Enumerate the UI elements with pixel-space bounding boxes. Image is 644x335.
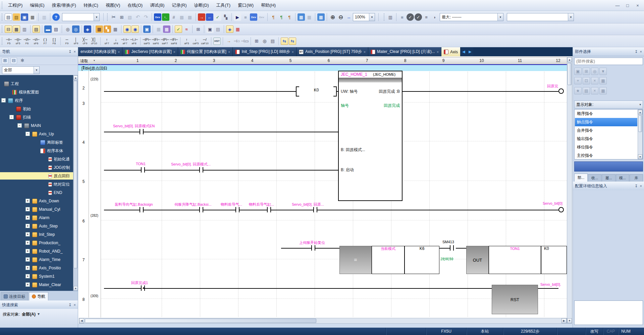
contact-label[interactable]: Servo_bit[0]. 回原模式...: [171, 162, 211, 167]
menu-tools[interactable]: 工具(T): [213, 0, 234, 11]
window-split-icon[interactable]: ▬: [44, 25, 52, 33]
tab-scroll-left-icon[interactable]: ◀: [461, 47, 467, 56]
list-item-master-control[interactable]: 主控指令: [575, 151, 637, 160]
menu-help[interactable]: 帮助(H): [257, 0, 279, 11]
tree-item-manual-cyl[interactable]: +Manual_Cyl: [0, 206, 60, 213]
contact-rising-edge[interactable]: ▲: [141, 285, 145, 291]
tab-close-icon[interactable]: ×: [364, 50, 366, 54]
part-paste-icon[interactable]: ▣: [574, 68, 582, 75]
combo-arrow-icon[interactable]: ▼: [568, 13, 574, 21]
device-monitor-icon[interactable]: Dev: [250, 13, 257, 21]
contact-label[interactable]: TON1: [136, 162, 146, 166]
contact[interactable]: [311, 245, 315, 251]
help-icon[interactable]: ?: [52, 13, 60, 21]
tree-item-project[interactable]: 工程: [0, 80, 19, 87]
remote-operation-icon[interactable]: ▥: [387, 13, 394, 21]
expand-icon[interactable]: +: [25, 215, 30, 220]
part-add-icon[interactable]: ⊞: [583, 68, 590, 75]
menu-online[interactable]: 在线(O): [124, 0, 146, 11]
rst-block[interactable]: RST: [492, 285, 538, 314]
close-icon[interactable]: ×: [640, 184, 642, 188]
contact[interactable]: [313, 207, 317, 212]
check-program-icon[interactable]: ✓: [407, 13, 414, 21]
tree-item-init-net[interactable]: 初始化通: [0, 155, 70, 163]
expand-icon[interactable]: +: [25, 249, 30, 253]
list-item-shift[interactable]: 移位指令: [575, 143, 637, 151]
combo-arrow-icon[interactable]: ▼: [497, 13, 503, 21]
expand-icon[interactable]: +: [25, 282, 30, 287]
tab-favorites[interactable]: 收...: [588, 174, 601, 182]
hst-block-icon[interactable]: HST: [213, 38, 221, 45]
find-icon[interactable]: ◎: [64, 25, 71, 33]
expand-icon[interactable]: +: [25, 224, 30, 228]
tab-scroll-right-icon[interactable]: ▶: [467, 47, 473, 56]
statement-icon[interactable]: ¶: [270, 13, 277, 21]
collapse-icon[interactable]: −: [9, 115, 14, 119]
close-icon[interactable]: ×: [640, 50, 642, 54]
output-coil[interactable]: [558, 207, 564, 212]
syntax-check-icon[interactable]: ≈: [183, 25, 190, 33]
contact-label[interactable]: 回原完成1: [131, 280, 148, 285]
fkey-parallel-contact[interactable]: ⊣|⊢sF5: [13, 36, 22, 46]
contact-label[interactable]: Servo_bit[0]. 回原模式EN: [113, 124, 155, 129]
operand-cell[interactable]: 当前模式: [372, 246, 405, 274]
fkey-delete-vline[interactable]: ╳│cF10: [90, 36, 99, 46]
config-detail-input[interactable]: [574, 300, 643, 325]
out-block[interactable]: OUT: [466, 246, 489, 274]
coil-jump-icon[interactable]: ⊣○: [233, 38, 240, 45]
tab-axis-active[interactable]: Axis: [441, 47, 461, 56]
box-jump-icon[interactable]: ⊣▭: [241, 38, 249, 45]
tree-item-mater-clear[interactable]: +Mater_Clear: [0, 281, 61, 288]
tab-close-icon[interactable]: ×: [291, 50, 293, 54]
contact-label[interactable]: 物料前导气...: [221, 202, 242, 207]
find-replace-icon[interactable]: ◎: [72, 25, 79, 33]
device-terminal-icon[interactable]: ›_: [162, 13, 169, 21]
max-combo[interactable]: 最大: ------- ▼: [440, 13, 503, 21]
fkey-falling-contact[interactable]: ⊣↓⊢aF8: [129, 36, 139, 46]
parts-close-icon[interactable]: ×: [591, 87, 598, 94]
list-item-contact[interactable]: 触点指令: [575, 118, 637, 126]
print-preview-icon[interactable]: ▥: [41, 13, 48, 21]
scroll-up-icon[interactable]: ▲: [567, 57, 572, 62]
tab-jecservo[interactable]: JecServo [结构体设置]×: [122, 47, 178, 56]
operand-cell[interactable]: K6: [405, 246, 439, 274]
plc-diagnostics-icon[interactable]: ▚: [222, 13, 229, 21]
tab-history[interactable]: 履...: [602, 174, 615, 182]
vertical-scroll-thumb[interactable]: [568, 63, 572, 85]
scroll-up-icon[interactable]: ▲: [638, 110, 642, 115]
minimize-button[interactable]: —: [612, 2, 623, 9]
tree-item-end[interactable]: END: [0, 189, 62, 196]
tab-axis-position[interactable]: STAxis_Position [PRG] [ST] 759步×: [297, 47, 368, 56]
tree-collapse-icon[interactable]: ⊟: [10, 57, 17, 64]
compare-block[interactable]: =: [339, 246, 372, 274]
scroll-up-icon[interactable]: ▲: [73, 75, 78, 80]
fit-width-icon[interactable]: ↔: [345, 13, 353, 21]
list-item-sequence[interactable]: 顺序指令: [575, 110, 637, 118]
open-file-icon[interactable]: ▨: [13, 13, 20, 21]
io-monitor-icon[interactable]: ▦: [234, 25, 241, 33]
zoom-combo[interactable]: 100% ▼: [353, 13, 375, 21]
expand-icon[interactable]: +: [25, 257, 30, 262]
fkey-invert-line[interactable]: ─/caF10: [200, 36, 209, 46]
collapse-icon[interactable]: −: [17, 123, 22, 128]
tree-item-absolute-positioning[interactable]: 绝对定位: [0, 181, 70, 188]
tree-scrollbar[interactable]: ▲ ▼: [73, 75, 78, 291]
redo-icon[interactable]: ↷: [142, 13, 150, 21]
list-view-icon[interactable]: ▤: [52, 25, 60, 33]
pin-icon[interactable]: ↧: [635, 184, 638, 188]
io-assignment-icon[interactable]: ◈: [226, 25, 233, 33]
operand-cell[interactable]: TON1: [489, 246, 541, 274]
tab-servo-position[interactable]: 伺服位置 [结构体设置]×: [178, 47, 233, 56]
scroll-down-icon[interactable]: ▼: [567, 318, 572, 323]
program-check-icon[interactable]: ✓: [175, 25, 182, 33]
fkey-pulse-close[interactable]: ⊣F⊢saF6: [151, 36, 160, 46]
window-arrange-icon[interactable]: ▦: [317, 13, 325, 21]
pin-icon[interactable]: ↧: [635, 50, 638, 54]
new-file-icon[interactable]: ▤: [5, 13, 12, 21]
tab-close-icon[interactable]: ×: [228, 50, 230, 54]
tree-item-main[interactable]: −MAIN: [0, 122, 41, 129]
watch-monitor-icon[interactable]: ◉: [131, 25, 139, 33]
fkey-pulse-close2[interactable]: ⊣F⊢saF8: [169, 36, 178, 46]
tree-filter-combo[interactable]: 全部 ▼: [2, 66, 40, 74]
contact-label[interactable]: Servo_bit[0]. 回原...: [292, 202, 324, 207]
